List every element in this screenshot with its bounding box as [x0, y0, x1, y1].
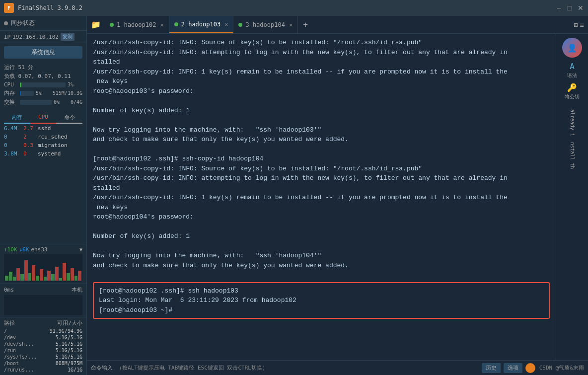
- net-arrow-icon[interactable]: ▼: [79, 247, 82, 252]
- terminal-line: stalled: [93, 183, 550, 193]
- cpu-bar-container: [20, 82, 66, 87]
- terminal-line: Now try logging into the machine, with: …: [93, 251, 550, 261]
- terminal-line: [93, 222, 550, 232]
- tab-cmd[interactable]: 命令: [56, 112, 82, 124]
- terminal-line-active-2: Last login: Mon Mar 6 23:11:29 2023 from…: [99, 296, 544, 305]
- overlay-pubkey[interactable]: 🔑 将公钥: [565, 83, 580, 100]
- select-button[interactable]: 选项: [504, 363, 522, 373]
- tab-dot-2: [174, 22, 178, 26]
- folder-button[interactable]: 📁: [87, 16, 105, 33]
- sync-status: 同步状态: [0, 16, 86, 31]
- latency-row: 0ms 本机: [4, 286, 82, 294]
- disk-avail-5: 808M/975M: [45, 361, 82, 366]
- history-button[interactable]: 历史: [482, 363, 501, 373]
- close-button[interactable]: ✕: [577, 4, 584, 11]
- ip-row: IP 192.168.10.102 复制: [0, 31, 86, 43]
- tab-cpu[interactable]: CPU: [30, 112, 57, 124]
- disk-path-4: /sys/fs/...: [4, 354, 45, 360]
- add-tab-button[interactable]: +: [298, 16, 313, 33]
- terminal-line: /usr/bin/ssh-copy-id: INFO: attempting t…: [93, 48, 550, 58]
- list-item: 3.8M 0 systemd: [0, 150, 86, 158]
- disk-row: /dev 5.1G/5.1G: [4, 334, 82, 341]
- terminal-line: stalled: [93, 57, 550, 67]
- maximize-button[interactable]: □: [566, 4, 573, 11]
- latency-sublabel: 本机: [72, 286, 82, 294]
- terminal-line-active-3: [root@hadoop103 ~]#: [99, 305, 544, 315]
- tab-dot-3: [238, 23, 242, 27]
- disk-section: 路径 可用/大小 / 91.9G/94.9G /dev 5.1G/5.1G /d…: [0, 317, 86, 375]
- disk-path-col: 路径: [4, 319, 45, 327]
- disk-path-1: /dev: [4, 335, 45, 340]
- terminal-line: new keys: [93, 203, 550, 213]
- tab-label-1: 1 hadoop102: [117, 21, 156, 28]
- terminal-line: [93, 115, 550, 125]
- latency-chart: [4, 295, 82, 315]
- process-tabs: 内存 CPU 命令: [4, 112, 82, 124]
- ip-label: IP: [4, 34, 10, 40]
- tab-hadoop103[interactable]: 2 hadoop103 ✕: [169, 16, 234, 33]
- disk-row: /dev/sh... 5.1G/5.1G: [4, 341, 82, 347]
- disk-row: / 91.9G/94.9G: [4, 328, 82, 334]
- copy-ip-button[interactable]: 复制: [61, 33, 74, 41]
- proc-name-1: rcu_sched: [38, 134, 82, 140]
- disk-row: /run 5.1G/5.1G: [4, 347, 82, 354]
- grid-view-button[interactable]: ⊞: [574, 21, 578, 29]
- tab-label-3: 3 hadoop104: [245, 21, 285, 28]
- tab-label-2: 2 hadoop103: [181, 21, 220, 28]
- disk-row: /boot 808M/975M: [4, 360, 82, 367]
- content-area: 📁 1 hadoop102 ✕ 2 hadoop103 ✕ 3 hadoop10…: [87, 16, 588, 375]
- terminal-line: [93, 145, 550, 154]
- swap-label: 交换: [4, 98, 18, 106]
- mem-label: 内存: [4, 89, 18, 97]
- tab-hadoop104[interactable]: 3 hadoop104 ✕: [233, 16, 298, 33]
- titlebar: F FinalShell 3.9.8.2 − □ ✕: [0, 0, 588, 16]
- net-down: ↓6K: [19, 246, 29, 253]
- ip-value: 192.168.10.102: [12, 34, 59, 40]
- sysinfo-button[interactable]: 系统信息: [4, 46, 82, 59]
- cpu-stat-row: CPU 3%: [4, 81, 82, 88]
- proc-mem-0: 6.4M: [4, 125, 21, 132]
- disk-path-3: /run: [4, 348, 45, 353]
- swap-bar-container: [20, 100, 52, 105]
- main-layout: 同步状态 IP 192.168.10.102 复制 系统信息 运行 51 分 负…: [0, 16, 588, 375]
- mem-stat-row: 内存 5% 515M/10.3G: [4, 89, 82, 97]
- pubkey-label: 将公钥: [565, 93, 580, 100]
- disk-row: /run/us... 1G/1G: [4, 367, 82, 373]
- tab-close-2[interactable]: ✕: [224, 21, 228, 28]
- menu-button[interactable]: ≡: [580, 21, 584, 29]
- sidebar: 同步状态 IP 192.168.10.102 复制 系统信息 运行 51 分 负…: [0, 16, 87, 375]
- terminal-line: [93, 270, 550, 280]
- net-iface: ens33: [31, 246, 79, 253]
- tab-hadoop102[interactable]: 1 hadoop102 ✕: [105, 16, 169, 33]
- user-avatar[interactable]: 👤: [562, 38, 582, 58]
- terminal-main[interactable]: /usr/bin/ssh-copy-id: INFO: Source of ke…: [87, 34, 556, 360]
- proc-mem-2: 0: [4, 142, 21, 149]
- mem-bar: [20, 91, 20, 96]
- right-overlay-panel: 👤 A 语法 🔑 将公钥 already i nstall th: [556, 34, 588, 360]
- terminal-line: /usr/bin/ssh-copy-id: INFO: 1 key(s) rem…: [93, 67, 550, 77]
- tab-mem[interactable]: 内存: [4, 112, 30, 124]
- terminal-line: Number of key(s) added: 1: [93, 231, 550, 241]
- window-controls: − □ ✕: [555, 4, 584, 11]
- sync-dot: [4, 21, 8, 25]
- latency-section: 0ms 本机: [0, 284, 86, 317]
- tab-close-1[interactable]: ✕: [160, 21, 163, 28]
- proc-name-0: sshd: [38, 125, 82, 132]
- terminal-line-active-1: [root@hadoop102 .ssh]# ssh hadoop103: [99, 286, 544, 296]
- minimize-button[interactable]: −: [555, 4, 562, 11]
- net-header: ↑10K ↓6K ens33 ▼: [4, 246, 82, 253]
- power-button[interactable]: [525, 363, 535, 373]
- list-item: 0 0.3 migration: [0, 141, 86, 150]
- tab-close-3[interactable]: ✕: [289, 21, 293, 28]
- language-icon: A: [570, 62, 575, 71]
- mem-bar-container: [20, 91, 34, 96]
- overlay-language[interactable]: A 语法: [567, 62, 577, 79]
- net-bars: [4, 254, 82, 282]
- terminal-line: and check to make sure that only the key…: [93, 135, 550, 145]
- app-title: FinalShell 3.9.8.2: [18, 4, 555, 11]
- terminal-line: Now try logging into the machine, with: …: [93, 125, 550, 135]
- status-right: CSDN @气质&末雨: [539, 364, 584, 372]
- active-input-block[interactable]: [root@hadoop102 .ssh]# ssh hadoop103 Las…: [93, 282, 550, 319]
- terminal-line: root@hadoop104's password:: [93, 212, 550, 222]
- disk-avail-4: 5.1G/5.1G: [45, 354, 82, 360]
